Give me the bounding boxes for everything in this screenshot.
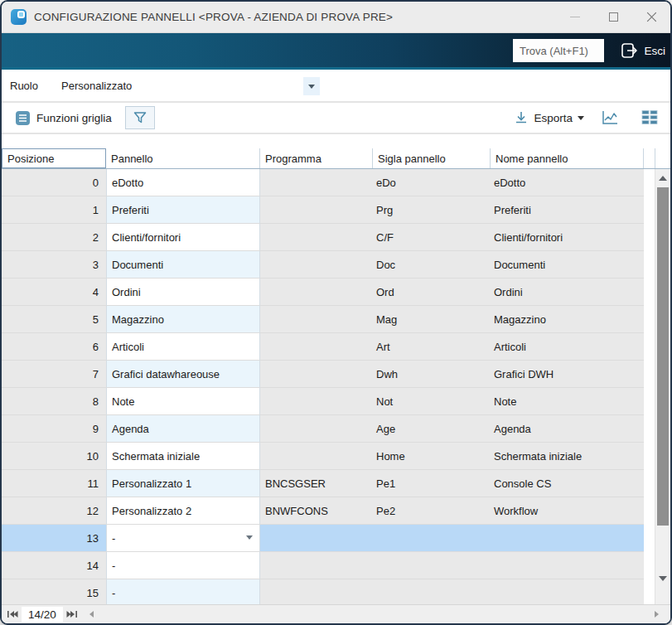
cell-programma[interactable]	[260, 333, 371, 361]
cell-pannello[interactable]: Documenti	[106, 251, 260, 279]
cell-pannello[interactable]: Personalizzato 2	[106, 497, 260, 525]
cell-nome[interactable]: Articoli	[489, 333, 644, 361]
cell-sigla[interactable]: C/F	[371, 224, 489, 251]
table-row[interactable]: 2Clienti/fornitoriC/FClienti/fornitori	[2, 224, 644, 251]
cell-programma[interactable]	[260, 361, 371, 388]
scroll-up-icon[interactable]	[659, 176, 667, 181]
cell-programma[interactable]	[260, 224, 371, 251]
cell-programma[interactable]	[260, 196, 371, 224]
cell-programma[interactable]: BNCSGSER	[260, 470, 371, 497]
table-row[interactable]: 6ArticoliArtArticoli	[2, 333, 644, 361]
cell-nome[interactable]: Grafici DWH	[489, 361, 644, 388]
cell-programma[interactable]: BNWFCONS	[260, 497, 371, 525]
role-select-value[interactable]: Personalizzato	[61, 80, 132, 92]
cell-pannello[interactable]: Personalizzato 1	[106, 470, 260, 497]
column-header-posizione[interactable]: Posizione	[2, 148, 106, 168]
cell-pannello[interactable]: -	[106, 525, 260, 552]
column-header-sigla[interactable]: Sigla pannello	[373, 148, 491, 168]
cell-nome[interactable]	[489, 579, 644, 604]
close-button[interactable]	[632, 2, 670, 32]
hscroll-right-icon[interactable]	[655, 611, 659, 618]
cell-nome[interactable]: Preferiti	[489, 196, 644, 224]
first-page-icon[interactable]	[7, 609, 18, 619]
cell-pannello[interactable]: Note	[106, 388, 260, 415]
cell-nome[interactable]: Schermata iniziale	[489, 443, 644, 470]
cell-nome[interactable]: Documenti	[489, 251, 644, 279]
cell-posizione[interactable]: 0	[2, 169, 106, 196]
cell-posizione[interactable]: 15	[2, 579, 106, 604]
cell-sigla[interactable]: Prg	[371, 196, 489, 224]
cell-pannello[interactable]: Agenda	[106, 415, 260, 443]
table-row[interactable]: 5MagazzinoMagMagazzino	[2, 306, 644, 333]
last-page-icon[interactable]	[66, 609, 78, 619]
table-row[interactable]: 11Personalizzato 1BNCSGSERPe1Console CS	[2, 470, 644, 497]
cell-pannello[interactable]: Ordini	[106, 279, 260, 306]
panel-combo-arrow-icon[interactable]	[246, 535, 253, 540]
cell-programma[interactable]	[260, 279, 371, 306]
cell-nome[interactable]: Clienti/fornitori	[489, 224, 644, 251]
cell-sigla[interactable]: Ord	[371, 279, 489, 306]
cell-sigla[interactable]: Pe1	[371, 470, 489, 497]
cell-programma[interactable]	[260, 443, 371, 470]
cell-pannello[interactable]: -	[106, 579, 260, 604]
scroll-down-icon[interactable]	[659, 576, 667, 581]
column-header-nome[interactable]: Nome pannello	[491, 148, 644, 168]
table-row[interactable]: 4OrdiniOrdOrdini	[2, 279, 644, 306]
cell-posizione[interactable]: 12	[2, 497, 106, 525]
cell-sigla[interactable]: Art	[371, 333, 489, 361]
vertical-scrollbar[interactable]	[655, 169, 670, 604]
table-row[interactable]: 7Grafici datawhareouseDwhGrafici DWH	[2, 361, 644, 388]
cell-nome[interactable]: Note	[489, 388, 644, 415]
cell-pannello[interactable]: Grafici datawhareouse	[106, 361, 260, 388]
cell-programma[interactable]	[260, 415, 371, 443]
cell-pannello[interactable]: Schermata iniziale	[106, 443, 260, 470]
cell-nome[interactable]: Ordini	[489, 279, 644, 306]
cell-nome[interactable]	[489, 552, 644, 579]
cell-nome[interactable]: eDotto	[489, 169, 644, 196]
maximize-button[interactable]	[594, 2, 632, 32]
vertical-scrollbar-thumb[interactable]	[657, 187, 669, 526]
table-row[interactable]: 13-	[2, 525, 644, 552]
cell-posizione[interactable]: 13	[2, 525, 106, 552]
table-row[interactable]: 12Personalizzato 2BNWFCONSPe2Workflow	[2, 497, 644, 525]
cell-sigla[interactable]: Not	[371, 388, 489, 415]
cell-programma[interactable]	[260, 169, 371, 196]
cell-posizione[interactable]: 11	[2, 470, 106, 497]
grid-functions-button[interactable]: Funzioni griglia	[10, 108, 117, 128]
cell-sigla[interactable]: Home	[371, 443, 489, 470]
cell-programma[interactable]	[260, 579, 371, 604]
column-header-programma[interactable]: Programma	[260, 148, 373, 168]
table-row[interactable]: 8NoteNotNote	[2, 388, 644, 415]
minimize-button[interactable]	[556, 2, 594, 32]
cell-sigla[interactable]: Age	[371, 415, 489, 443]
cell-posizione[interactable]: 6	[2, 333, 106, 361]
cell-nome[interactable]: Magazzino	[489, 306, 644, 333]
cell-sigla[interactable]: Doc	[371, 251, 489, 279]
cell-sigla[interactable]	[371, 552, 489, 579]
cell-nome[interactable]: Agenda	[489, 415, 644, 443]
find-input[interactable]: Trova (Alt+F1)	[513, 39, 604, 62]
filter-button[interactable]	[125, 106, 155, 129]
cell-nome[interactable]: Console CS	[489, 470, 644, 497]
table-row[interactable]: 14-	[2, 552, 644, 579]
table-row[interactable]: 1PreferitiPrgPreferiti	[2, 196, 644, 224]
cell-posizione[interactable]: 5	[2, 306, 106, 333]
cell-programma[interactable]	[260, 525, 371, 552]
cell-posizione[interactable]: 8	[2, 388, 106, 415]
cell-nome[interactable]: Workflow	[489, 497, 644, 525]
cell-pannello[interactable]: -	[106, 552, 260, 579]
cell-sigla[interactable]: Dwh	[371, 361, 489, 388]
cell-posizione[interactable]: 9	[2, 415, 106, 443]
cell-posizione[interactable]: 4	[2, 279, 106, 306]
cell-pannello[interactable]: eDotto	[106, 169, 260, 196]
table-row[interactable]: 9AgendaAgeAgenda	[2, 415, 644, 443]
cell-pannello[interactable]: Articoli	[106, 333, 260, 361]
table-row[interactable]: 3DocumentiDocDocumenti	[2, 251, 644, 279]
cell-sigla[interactable]: Mag	[371, 306, 489, 333]
cell-posizione[interactable]: 3	[2, 251, 106, 279]
cell-programma[interactable]	[260, 306, 371, 333]
grid-view-button[interactable]	[636, 106, 664, 129]
table-row[interactable]: 10Schermata inizialeHomeSchermata inizia…	[2, 443, 644, 470]
cell-posizione[interactable]: 10	[2, 443, 106, 470]
cell-posizione[interactable]: 14	[2, 552, 106, 579]
